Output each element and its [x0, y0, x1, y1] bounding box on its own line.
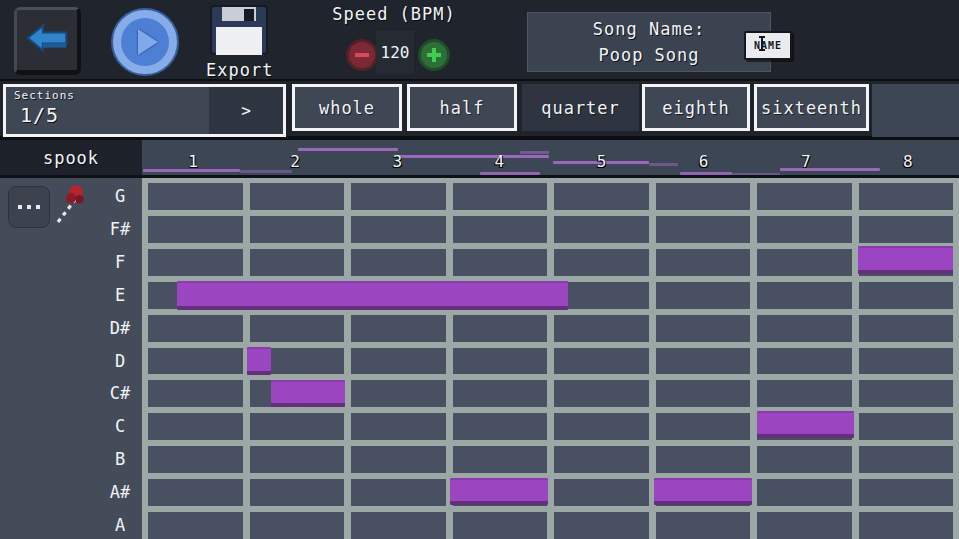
grid-cell[interactable] — [453, 512, 548, 539]
grid-cell[interactable] — [554, 216, 649, 243]
grid-cell[interactable] — [453, 348, 548, 375]
grid-cell[interactable] — [554, 315, 649, 342]
grid-cell[interactable] — [554, 282, 649, 309]
rename-song-button[interactable]: NAME — [744, 31, 792, 60]
note-F[interactable] — [858, 246, 953, 274]
grid-cell[interactable] — [351, 216, 446, 243]
grid-cell[interactable] — [351, 348, 446, 375]
grid-cell[interactable] — [757, 348, 852, 375]
duration-sixteenth-button[interactable]: sixteenth — [754, 84, 869, 131]
grid-cell[interactable] — [656, 183, 751, 210]
grid-cell[interactable] — [859, 380, 954, 407]
grid-cell[interactable] — [859, 479, 954, 506]
grid-cell[interactable] — [554, 479, 649, 506]
grid-cell[interactable] — [554, 348, 649, 375]
instrument-rose-icon[interactable] — [52, 180, 88, 228]
grid-cell[interactable] — [148, 446, 243, 473]
grid-cell[interactable] — [250, 413, 345, 440]
grid-cell[interactable] — [757, 249, 852, 276]
export-button[interactable]: Export — [206, 5, 272, 80]
grid-cell[interactable] — [148, 479, 243, 506]
grid-cell[interactable] — [351, 413, 446, 440]
note-D[interactable] — [247, 347, 271, 375]
grid-cell[interactable] — [859, 282, 954, 309]
note-C#[interactable] — [271, 380, 296, 407]
more-options-button[interactable] — [8, 186, 50, 228]
grid-cell[interactable] — [656, 216, 751, 243]
bpm-decrease-button[interactable] — [346, 39, 378, 71]
grid-cell[interactable] — [656, 348, 751, 375]
grid-cell[interactable] — [656, 512, 751, 539]
note-C#[interactable] — [296, 380, 345, 407]
grid-cell[interactable] — [656, 446, 751, 473]
grid-cell[interactable] — [148, 380, 243, 407]
grid-cell[interactable] — [351, 479, 446, 506]
grid-cell[interactable] — [148, 315, 243, 342]
grid-cell[interactable] — [859, 315, 954, 342]
grid-cell[interactable] — [859, 183, 954, 210]
grid-cell[interactable] — [656, 413, 751, 440]
grid-cell[interactable] — [859, 446, 954, 473]
duration-half-button[interactable]: half — [407, 84, 517, 131]
grid-cell[interactable] — [554, 183, 649, 210]
grid-cell[interactable] — [859, 512, 954, 539]
note-A#[interactable] — [654, 478, 752, 505]
grid-cell[interactable] — [250, 446, 345, 473]
grid-cell[interactable] — [453, 380, 548, 407]
grid-cell[interactable] — [250, 479, 345, 506]
grid-cell[interactable] — [351, 446, 446, 473]
grid-cell[interactable] — [554, 413, 649, 440]
grid-cell[interactable] — [453, 216, 548, 243]
grid-cell[interactable] — [351, 249, 446, 276]
play-button[interactable] — [111, 8, 179, 76]
bpm-increase-button[interactable] — [418, 39, 450, 71]
grid-cell[interactable] — [554, 249, 649, 276]
grid-cell[interactable] — [757, 315, 852, 342]
grid-cell[interactable] — [554, 512, 649, 539]
grid-cell[interactable] — [453, 446, 548, 473]
grid-cell[interactable] — [656, 315, 751, 342]
grid-cell[interactable] — [250, 249, 345, 276]
grid-cell[interactable] — [554, 380, 649, 407]
grid-cell[interactable] — [656, 282, 751, 309]
grid-cell[interactable] — [757, 282, 852, 309]
grid-cell[interactable] — [859, 348, 954, 375]
grid-cell[interactable] — [757, 216, 852, 243]
duration-eighth-button[interactable]: eighth — [642, 84, 750, 131]
next-section-button[interactable]: > — [209, 87, 283, 134]
grid-cell[interactable] — [351, 183, 446, 210]
back-button[interactable] — [14, 7, 81, 75]
grid-cell[interactable] — [148, 413, 243, 440]
grid-cell[interactable] — [757, 512, 852, 539]
grid-cell[interactable] — [148, 249, 243, 276]
grid-cell[interactable] — [453, 413, 548, 440]
grid-cell[interactable] — [351, 512, 446, 539]
grid-cell[interactable] — [250, 216, 345, 243]
note-A#[interactable] — [450, 478, 548, 505]
grid-cell[interactable] — [250, 512, 345, 539]
grid-cell[interactable] — [859, 216, 954, 243]
grid-cell[interactable] — [859, 413, 954, 440]
grid-cell[interactable] — [757, 479, 852, 506]
grid-cell[interactable] — [351, 315, 446, 342]
grid-cell[interactable] — [148, 216, 243, 243]
grid-cell[interactable] — [250, 183, 345, 210]
grid-cell[interactable] — [453, 249, 548, 276]
grid-cell[interactable] — [554, 446, 649, 473]
grid-cell[interactable] — [148, 512, 243, 539]
grid-cell[interactable] — [453, 183, 548, 210]
duration-whole-button[interactable]: whole — [292, 84, 402, 131]
note-C[interactable] — [757, 411, 854, 438]
grid-cell[interactable] — [656, 249, 751, 276]
grid-cell[interactable] — [656, 380, 751, 407]
grid-cell[interactable] — [453, 315, 548, 342]
note-E[interactable] — [177, 281, 568, 310]
grid-cell[interactable] — [148, 183, 243, 210]
grid-cell[interactable] — [757, 183, 852, 210]
song-minimap[interactable]: 12345678 — [142, 140, 959, 175]
track-tab-spook[interactable]: spook — [0, 140, 142, 175]
grid-cell[interactable] — [250, 315, 345, 342]
grid-cell[interactable] — [757, 380, 852, 407]
grid-cell[interactable] — [351, 380, 446, 407]
duration-quarter-button[interactable]: quarter — [522, 84, 639, 131]
